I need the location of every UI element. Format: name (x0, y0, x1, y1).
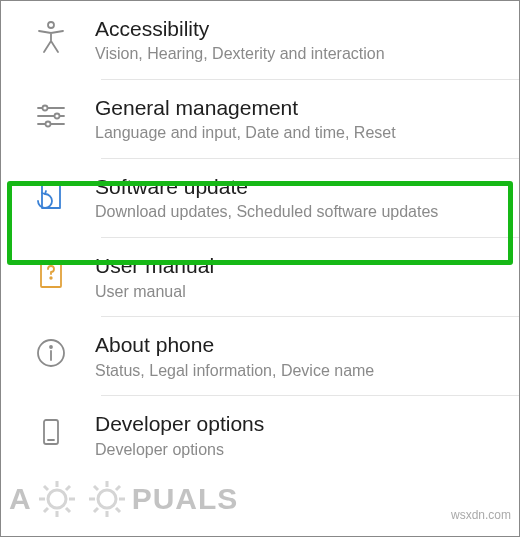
sliders-icon (21, 94, 81, 134)
svg-point-4 (55, 114, 60, 119)
svg-point-8 (50, 277, 52, 279)
software-update-icon (21, 173, 81, 213)
watermark-text: PUALS (132, 482, 239, 516)
item-title: General management (95, 94, 509, 121)
accessibility-icon (21, 15, 81, 55)
item-subtitle: Vision, Hearing, Dexterity and interacti… (95, 44, 509, 65)
watermark: A PUALS wsxdn.com (1, 476, 519, 526)
user-manual-icon (21, 252, 81, 292)
item-subtitle: Developer options (95, 440, 509, 461)
watermark-gear-icon (34, 476, 80, 522)
info-icon (21, 331, 81, 371)
settings-item-general-management[interactable]: General management Language and input, D… (1, 80, 519, 158)
svg-point-6 (46, 122, 51, 127)
item-subtitle: Status, Legal information, Device name (95, 361, 509, 382)
item-title: Developer options (95, 410, 509, 437)
svg-point-0 (48, 22, 54, 28)
item-title: About phone (95, 331, 509, 358)
item-title: Software update (95, 173, 509, 200)
watermark-left: A PUALS (9, 476, 238, 522)
svg-point-10 (50, 346, 52, 348)
watermark-right: wsxdn.com (451, 508, 511, 522)
item-title: Accessibility (95, 15, 509, 42)
watermark-gear-icon (84, 476, 130, 522)
settings-item-about-phone[interactable]: About phone Status, Legal information, D… (1, 317, 519, 395)
settings-item-user-manual[interactable]: User manual User manual (1, 238, 519, 316)
settings-item-software-update[interactable]: Software update Download updates, Schedu… (1, 159, 519, 237)
settings-item-accessibility[interactable]: Accessibility Vision, Hearing, Dexterity… (1, 1, 519, 79)
settings-item-developer-options[interactable]: Developer options Developer options (1, 396, 519, 474)
item-subtitle: Language and input, Date and time, Reset (95, 123, 509, 144)
settings-list: Accessibility Vision, Hearing, Dexterity… (1, 1, 519, 475)
developer-icon (21, 410, 81, 450)
svg-point-2 (43, 106, 48, 111)
svg-point-15 (98, 490, 116, 508)
watermark-text: A (9, 482, 32, 516)
svg-point-14 (48, 490, 66, 508)
item-subtitle: Download updates, Scheduled software upd… (95, 202, 509, 223)
item-subtitle: User manual (95, 282, 509, 303)
item-title: User manual (95, 252, 509, 279)
